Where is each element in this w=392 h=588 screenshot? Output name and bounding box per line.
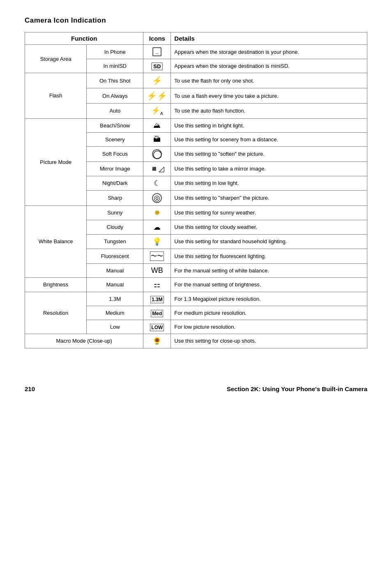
detail-text: For the manual setting of brightness. [171, 277, 367, 292]
macro-mode-icon: 🌻 [143, 334, 171, 348]
sub-function-label: Mirror Image [87, 161, 143, 176]
sub-function-label: Manual [87, 263, 143, 277]
detail-text: Use this setting to take a mirror image. [171, 161, 367, 176]
sub-function-label: Night/Dark [87, 176, 143, 190]
brightness-manual-icon: ⚏ [143, 277, 171, 292]
detail-text: Appears when the storage destination is … [171, 59, 367, 73]
icons-header: Icons [143, 32, 171, 45]
group-label: Brightness [25, 277, 87, 292]
function-cell-macro: Macro Mode (Close-up) [25, 334, 143, 348]
detail-text: Appears when the storage destination is … [171, 45, 367, 59]
night-dark-icon: ☾ [143, 176, 171, 190]
table-row: Macro Mode (Close-up)🌻Use this setting f… [25, 334, 367, 348]
sub-function-label: Soft Focus [87, 146, 143, 161]
detail-text: Use this setting to "soften" the picture… [171, 146, 367, 161]
sharp-icon: ◎ [143, 190, 171, 205]
sub-function-label: Sharp [87, 190, 143, 205]
table-row: Resolution1.3M1.3MFor 1.3 Megapixel pict… [25, 292, 367, 306]
footer-page-number: 210 [25, 385, 35, 392]
flash-once-icon: ⚡ [143, 73, 171, 88]
sub-function-label: Beach/Snow [87, 118, 143, 132]
scenery-icon: 🏔 [143, 132, 171, 146]
detail-text: Use this setting to "sharpen" the pictur… [171, 190, 367, 205]
detail-text: For the manual setting of white balance. [171, 263, 367, 277]
sub-function-label: Auto [87, 104, 143, 119]
table-row: Storage AreaIn Phone⎵Appears when the st… [25, 45, 367, 59]
detail-text: For low picture resolution. [171, 320, 367, 334]
fluorescent-icon: 〜〜 [143, 249, 171, 263]
group-label: Flash [25, 73, 87, 119]
resolution-low-icon: LOW [143, 320, 171, 334]
detail-text: Use this setting for close-up shots. [171, 334, 367, 348]
group-label: Picture Mode [25, 118, 87, 205]
sub-function-label: Fluorescent [87, 249, 143, 263]
beach-snow-icon: ⛰ [143, 118, 171, 132]
detail-text: Use this setting for sunny weather. [171, 205, 367, 220]
sub-function-label: In miniSD [87, 59, 143, 73]
minisd-icon: SD [143, 59, 171, 73]
cloudy-icon: ☁ [143, 220, 171, 234]
detail-text: Use this setting in low light. [171, 176, 367, 190]
detail-text: Use this setting for cloudy weather. [171, 220, 367, 234]
function-header: Function [25, 32, 143, 45]
sub-function-label: Sunny [87, 205, 143, 220]
group-label: White Balance [25, 205, 87, 277]
footer-section-label: Section 2K: Using Your Phone's Built-in … [227, 385, 367, 392]
detail-text: Use this setting for fluorescent lightin… [171, 249, 367, 263]
flash-always-icon: ⚡⚡ [143, 88, 171, 104]
sub-function-label: Manual [87, 277, 143, 292]
detail-text: Use this setting for scenery from a dist… [171, 132, 367, 146]
detail-text: To use a flash every time you take a pic… [171, 88, 367, 104]
detail-text: Use this setting in bright light. [171, 118, 367, 132]
tungsten-icon: 💡 [143, 234, 171, 249]
detail-text: For medium picture resolution. [171, 306, 367, 320]
table-row: FlashOn This Shot⚡To use the flash for o… [25, 73, 367, 88]
details-header: Details [171, 32, 367, 45]
sub-function-label: On Always [87, 88, 143, 104]
mirror-image-icon: ◾◿ [143, 161, 171, 176]
detail-text: To use the flash for only one shot. [171, 73, 367, 88]
group-label: Resolution [25, 292, 87, 334]
table-row: Picture ModeBeach/Snow⛰Use this setting … [25, 118, 367, 132]
manual-wb-icon: WB [143, 263, 171, 277]
sub-function-label: 1.3M [87, 292, 143, 306]
page-title: Camera Icon Indication [25, 16, 367, 25]
sub-function-label: Scenery [87, 132, 143, 146]
camera-icon-table: Function Icons Details Storage AreaIn Ph… [25, 32, 367, 348]
detail-text: For 1.3 Megapixel picture resolution. [171, 292, 367, 306]
footer: 210 Section 2K: Using Your Phone's Built… [25, 381, 367, 392]
resolution-1-3m-icon: 1.3M [143, 292, 171, 306]
sub-function-label: In Phone [87, 45, 143, 59]
detail-text: Use this setting for standard household … [171, 234, 367, 249]
table-row: White BalanceSunny✸Use this setting for … [25, 205, 367, 220]
resolution-med-icon: Med [143, 306, 171, 320]
sunny-icon: ✸ [143, 205, 171, 220]
sub-function-label: Tungsten [87, 234, 143, 249]
flash-auto-icon: ⚡A [143, 104, 171, 119]
table-row: BrightnessManual⚏For the manual setting … [25, 277, 367, 292]
phone-icon: ⎵ [143, 45, 171, 59]
sub-function-label: Cloudy [87, 220, 143, 234]
detail-text: To use the auto flash function. [171, 104, 367, 119]
sub-function-label: Medium [87, 306, 143, 320]
sub-function-label: On This Shot [87, 73, 143, 88]
soft-focus-icon: ◯ [143, 146, 171, 161]
sub-function-label: Low [87, 320, 143, 334]
group-label: Storage Area [25, 45, 87, 73]
